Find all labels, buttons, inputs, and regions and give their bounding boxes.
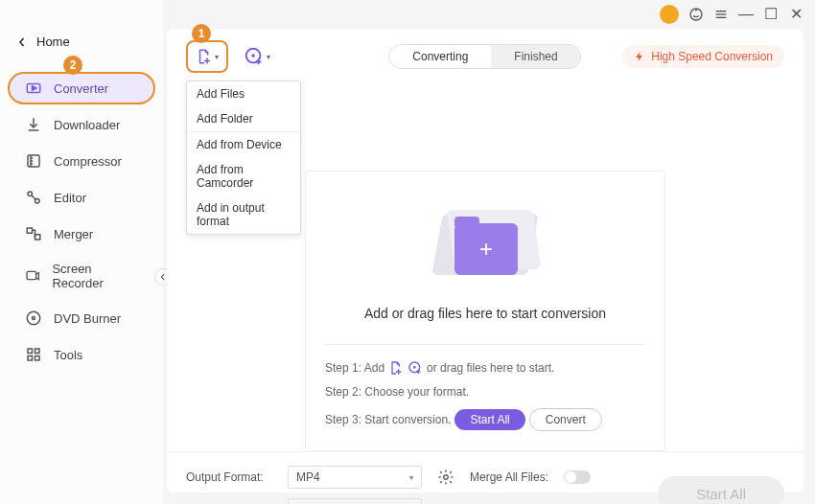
editor-icon: [25, 189, 42, 206]
svg-rect-6: [28, 155, 39, 167]
svg-rect-11: [35, 235, 40, 240]
status-segment: Converting Finished: [388, 44, 581, 69]
sidebar-label: Merger: [54, 227, 93, 241]
chevron-left-icon: [17, 37, 27, 47]
hamburger-icon[interactable]: [713, 7, 729, 22]
chevron-left-icon: [159, 273, 167, 281]
sidebar-item-downloader[interactable]: Downloader: [8, 108, 155, 141]
support-icon[interactable]: [688, 7, 704, 22]
sidebar-item-tools[interactable]: Tools: [8, 338, 155, 371]
start-all-button[interactable]: Start All: [454, 409, 524, 430]
high-speed-badge[interactable]: High Speed Conversion: [622, 45, 784, 68]
callout-1: 1: [192, 24, 211, 43]
plus-icon: +: [479, 236, 493, 263]
settings-icon[interactable]: [437, 469, 454, 486]
chevron-down-icon: ▾: [409, 473, 413, 482]
avatar[interactable]: [660, 5, 679, 24]
chevron-down-icon: ▾: [267, 53, 270, 61]
convert-button[interactable]: Convert: [529, 408, 602, 431]
svg-rect-18: [35, 356, 40, 361]
home-label: Home: [36, 34, 70, 49]
add-in-output-format-menuitem[interactable]: Add in output format: [187, 195, 300, 234]
svg-point-22: [413, 366, 416, 369]
add-dvd-icon: [408, 360, 423, 376]
main-panel: ▾ Add Files Add Folder Add from Device A…: [167, 29, 803, 493]
home-link[interactable]: Home: [0, 29, 163, 55]
add-file-icon: [388, 360, 404, 376]
svg-point-23: [444, 475, 449, 480]
titlebar: — ☐ ✕: [648, 0, 815, 29]
sidebar-label: Converter: [54, 81, 108, 96]
svg-point-13: [27, 311, 40, 325]
sidebar-item-converter[interactable]: Converter: [8, 72, 155, 104]
compressor-icon: [25, 152, 42, 170]
sidebar-label: Screen Recorder: [52, 262, 138, 290]
chevron-down-icon: ▾: [215, 53, 219, 61]
lightning-icon: [634, 51, 645, 62]
svg-rect-15: [28, 349, 33, 354]
svg-rect-10: [27, 228, 32, 233]
step-1: Step 1: Add or drag files here to start.: [325, 360, 645, 376]
sidebar: Home Converter Downloader Compressor Edi…: [0, 0, 163, 504]
add-dropdown: Add Files Add Folder Add from Device Add…: [186, 80, 301, 235]
converting-tab[interactable]: Converting: [389, 45, 491, 68]
drop-label: Add or drag files here to start conversi…: [364, 306, 606, 321]
step-2: Step 2: Choose your format.: [325, 385, 645, 399]
folder-graphic: +: [428, 200, 543, 286]
merge-toggle[interactable]: [564, 470, 591, 484]
close-button[interactable]: ✕: [788, 7, 803, 22]
svg-rect-17: [28, 356, 33, 361]
output-format-label: Output Format:: [186, 470, 272, 484]
add-files-menuitem[interactable]: Add Files: [187, 81, 300, 106]
svg-marker-5: [33, 86, 37, 91]
sidebar-item-compressor[interactable]: Compressor: [8, 145, 155, 177]
toolbar: ▾ Add Files Add Folder Add from Device A…: [167, 29, 803, 84]
sidebar-item-editor[interactable]: Editor: [8, 181, 155, 214]
footer: Output Format: MP4 ▾ Merge All Files: Fi…: [167, 451, 803, 504]
add-file-icon: [196, 48, 213, 65]
tools-icon: [25, 346, 42, 363]
maximize-button[interactable]: ☐: [763, 7, 779, 22]
converter-icon: [25, 80, 42, 97]
sidebar-item-dvd-burner[interactable]: DVD Burner: [8, 302, 155, 334]
drop-area[interactable]: + Add or drag files here to start conver…: [305, 171, 665, 451]
file-location-select[interactable]: D:\Wondershare UniConverter 1 ▾: [288, 498, 422, 504]
screen-recorder-icon: [25, 267, 40, 285]
output-format-value: MP4: [296, 470, 320, 484]
svg-point-14: [33, 317, 35, 320]
add-folder-menuitem[interactable]: Add Folder: [187, 106, 300, 131]
sidebar-item-merger[interactable]: Merger: [8, 218, 155, 250]
step-3: Step 3: Start conversion. Start All Conv…: [325, 408, 645, 431]
add-dvd-button[interactable]: ▾: [244, 46, 270, 67]
dvd-burner-icon: [25, 309, 42, 327]
sidebar-label: Compressor: [54, 154, 122, 169]
sidebar-label: Downloader: [54, 118, 120, 132]
start-all-main-button[interactable]: Start All: [658, 476, 784, 504]
svg-point-20: [251, 54, 255, 57]
svg-rect-16: [35, 349, 40, 354]
sidebar-label: Tools: [54, 348, 82, 362]
finished-tab[interactable]: Finished: [491, 45, 580, 68]
add-from-camcorder-menuitem[interactable]: Add from Camcorder: [187, 157, 300, 195]
merger-icon: [25, 225, 42, 242]
svg-rect-12: [27, 271, 36, 279]
add-from-device-menuitem[interactable]: Add from Device: [187, 132, 300, 157]
output-format-select[interactable]: MP4 ▾: [288, 466, 422, 489]
sidebar-label: Editor: [54, 191, 86, 205]
sidebar-item-screen-recorder[interactable]: Screen Recorder: [8, 254, 155, 298]
merge-label: Merge All Files:: [470, 470, 548, 484]
svg-line-9: [32, 195, 36, 200]
add-dvd-icon: [244, 46, 265, 67]
downloader-icon: [25, 116, 42, 133]
sidebar-label: DVD Burner: [54, 311, 121, 326]
add-file-button[interactable]: ▾: [186, 40, 228, 73]
callout-2: 2: [63, 56, 82, 75]
minimize-button[interactable]: —: [738, 7, 754, 22]
high-speed-label: High Speed Conversion: [651, 50, 773, 63]
